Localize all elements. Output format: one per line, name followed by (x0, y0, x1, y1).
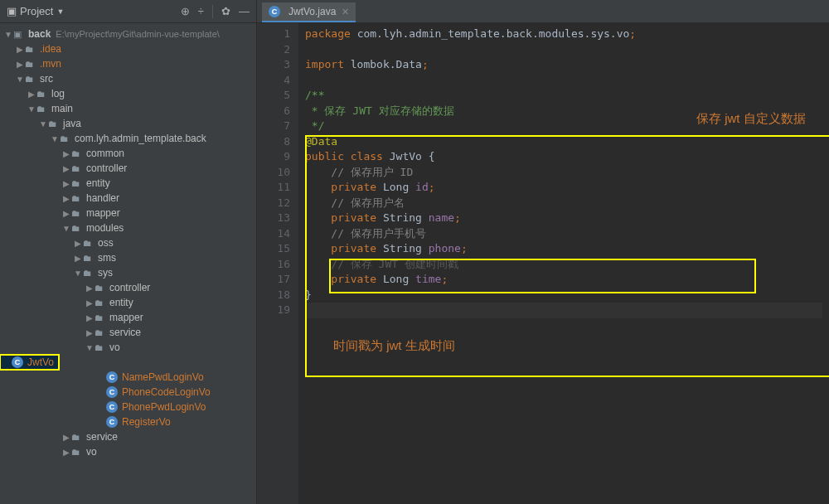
code-line[interactable]: @Data (305, 134, 822, 150)
project-icon: ▣ (7, 5, 17, 17)
collapse-icon[interactable]: ÷ (198, 5, 204, 17)
tree-row[interactable]: ▼🖿main (0, 101, 256, 116)
expand-arrow-icon[interactable]: ▶ (61, 179, 71, 188)
tree-row[interactable]: ▼🖿com.lyh.admin_template.back (0, 131, 256, 146)
tree-row[interactable]: ▼🖿vo (0, 340, 256, 355)
divider (212, 5, 213, 18)
tree-row[interactable]: ▼🖿java (0, 116, 256, 131)
code-line[interactable]: private String phone; (305, 241, 822, 257)
folder-icon: 🖿 (71, 163, 83, 173)
expand-arrow-icon[interactable]: ▶ (61, 164, 71, 173)
expand-arrow-icon[interactable]: ▶ (85, 284, 95, 293)
code-line[interactable]: // 保存用户名 (305, 196, 822, 211)
tree-row[interactable]: ▶🖿.idea (0, 41, 256, 56)
tree-row[interactable]: CJwtVo (0, 355, 59, 370)
tree-row[interactable]: CRegisterVo (0, 414, 256, 429)
hide-icon[interactable]: — (239, 5, 250, 17)
tree-label: .mvn (40, 58, 61, 70)
tree-row[interactable]: ▶🖿oss (0, 235, 256, 250)
collapse-arrow-icon[interactable]: ▼ (27, 104, 36, 114)
collapse-arrow-icon[interactable]: ▼ (73, 269, 83, 278)
class-icon: C (269, 6, 280, 17)
tree-row[interactable]: ▶🖿entity (0, 295, 256, 310)
folder-icon: 🖿 (95, 283, 106, 293)
code-line[interactable]: // 保存 JWT 创建时间戳 (305, 257, 822, 273)
collapse-arrow-icon[interactable]: ▼ (61, 224, 71, 233)
tree-row[interactable]: CPhonePwdLoginVo (0, 400, 256, 414)
expand-arrow-icon[interactable]: ▶ (85, 328, 95, 337)
expand-arrow-icon[interactable]: ▶ (85, 298, 95, 308)
code-line[interactable]: private Long id; (305, 180, 822, 196)
tree-label: entity (86, 177, 110, 189)
tree-row[interactable]: CNamePwdLoginVo (0, 370, 256, 385)
expand-arrow-icon[interactable]: ▶ (85, 313, 95, 322)
code-line[interactable]: public class JwtVo { (305, 149, 822, 165)
project-tree[interactable]: ▼ ▣ back E:\myProject\myGit\admin-vue-te… (0, 23, 256, 504)
code-line[interactable]: } (305, 288, 822, 303)
tree-row[interactable]: ▼🖿src (0, 71, 256, 86)
tree-row[interactable]: ▼🖿modules (0, 220, 256, 235)
collapse-arrow-icon[interactable]: ▼ (50, 134, 60, 143)
expand-arrow-icon[interactable]: ▶ (27, 90, 36, 99)
code-line[interactable]: import lombok.Data; (305, 57, 822, 73)
code-line[interactable] (305, 303, 822, 318)
code-line[interactable]: // 保存用户 ID (305, 165, 822, 181)
project-sidebar: ▣ Project ▼ ⊕ ÷ ✿ — ▼ ▣ back E:\myProjec… (0, 0, 257, 504)
code-line[interactable]: private Long time; (305, 272, 822, 288)
folder-icon: 🖿 (71, 432, 83, 442)
tree-row[interactable]: ▶🖿log (0, 86, 256, 101)
tree-label: JwtVo (27, 356, 54, 368)
close-icon[interactable]: ✕ (342, 7, 349, 17)
expand-icon[interactable]: ▼ (3, 30, 13, 39)
class-icon: C (106, 416, 118, 428)
root-name: back (28, 28, 51, 40)
expand-arrow-icon[interactable]: ▶ (73, 239, 83, 248)
folder-icon: 🖿 (71, 148, 83, 158)
code-line[interactable]: package com.lyh.admin_template.back.modu… (305, 27, 822, 42)
gear-icon[interactable]: ✿ (221, 5, 230, 17)
tree-root[interactable]: ▼ ▣ back E:\myProject\myGit\admin-vue-te… (0, 27, 256, 41)
folder-icon: 🖿 (25, 74, 36, 84)
tree-row[interactable]: ▼🖿sys (0, 265, 256, 280)
tree-row[interactable]: ▶🖿handler (0, 191, 256, 206)
code-line[interactable]: private String name; (305, 211, 822, 226)
code-line[interactable] (305, 73, 822, 89)
locate-icon[interactable]: ⊕ (181, 5, 190, 17)
tree-row[interactable]: ▶🖿.mvn (0, 56, 256, 71)
expand-arrow-icon[interactable]: ▶ (15, 60, 25, 69)
expand-arrow-icon[interactable]: ▶ (61, 209, 71, 218)
expand-arrow-icon[interactable]: ▶ (61, 433, 71, 442)
expand-arrow-icon[interactable]: ▶ (61, 194, 71, 203)
folder-icon: 🖿 (71, 223, 83, 233)
tree-row[interactable]: ▶🖿vo (0, 444, 256, 459)
tab-jwtvo[interactable]: C JwtVo.java ✕ (262, 2, 356, 22)
folder-icon: 🖿 (95, 327, 106, 337)
expand-arrow-icon[interactable]: ▶ (15, 45, 25, 54)
tree-row[interactable]: CPhoneCodeLoginVo (0, 385, 256, 400)
tree-row[interactable]: ▶🖿mapper (0, 310, 256, 325)
code-line[interactable]: /** (305, 88, 822, 104)
expand-arrow-icon[interactable]: ▶ (61, 149, 71, 158)
folder-icon: 🖿 (36, 104, 48, 114)
code-content[interactable]: package com.lyh.admin_template.back.modu… (298, 23, 829, 504)
expand-arrow-icon[interactable]: ▶ (61, 448, 71, 457)
collapse-arrow-icon[interactable]: ▼ (85, 343, 95, 352)
tree-row[interactable]: ▶🖿service (0, 429, 256, 444)
sidebar-title[interactable]: ▣ Project ▼ (7, 5, 64, 17)
editor-area: C JwtVo.java ✕ 1234567891011121314151617… (257, 0, 829, 504)
tree-row[interactable]: ▶🖿entity (0, 176, 256, 191)
tree-row[interactable]: ▶🖿common (0, 146, 256, 161)
code-line[interactable] (305, 42, 822, 58)
code-area[interactable]: 12345678910111213141516171819 package co… (257, 23, 829, 504)
tree-row[interactable]: ▶🖿sms (0, 250, 256, 265)
tree-row[interactable]: ▶🖿controller (0, 161, 256, 176)
tree-row[interactable]: ▶🖿mapper (0, 206, 256, 220)
tree-row[interactable]: ▶🖿service (0, 325, 256, 340)
expand-arrow-icon[interactable]: ▶ (73, 254, 83, 263)
collapse-arrow-icon[interactable]: ▼ (15, 75, 25, 84)
tree-label: oss (98, 237, 114, 249)
collapse-arrow-icon[interactable]: ▼ (38, 119, 48, 128)
callout-bottom: 时间戳为 jwt 生成时间 (333, 338, 455, 354)
tree-row[interactable]: ▶🖿controller (0, 280, 256, 295)
code-line[interactable]: // 保存用户手机号 (305, 226, 822, 242)
